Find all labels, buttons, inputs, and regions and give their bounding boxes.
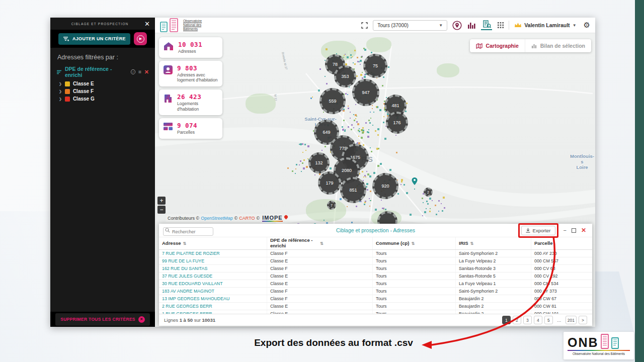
sort-icon[interactable]: ⇅ <box>470 241 473 246</box>
header-nav-icons <box>452 20 504 30</box>
tab-bilan-selection[interactable]: Bilan de sélection <box>525 39 591 52</box>
run-selection-button[interactable]: ▶ <box>134 32 147 45</box>
filter-class-row[interactable]: ❯Classe E <box>50 80 155 87</box>
sort-icon[interactable]: ⇅ <box>183 241 187 246</box>
map-dot <box>356 206 357 207</box>
map-cluster[interactable]: 2 <box>424 188 433 197</box>
stat-card[interactable]: 9 074Parcelles <box>159 118 222 139</box>
column-header[interactable]: Parcelle <box>531 237 592 249</box>
territory-select[interactable]: Tours (37000) ▼ <box>373 20 447 31</box>
table-cell: 000 AY 373 <box>531 288 592 295</box>
stat-card[interactable]: 10 031Adresses <box>159 37 222 58</box>
gear-icon[interactable]: ⚙ <box>584 21 590 30</box>
chart-bars-icon <box>531 43 537 49</box>
info-icon[interactable]: i <box>131 69 135 74</box>
building-search-tab[interactable] <box>481 20 492 30</box>
map-cluster[interactable]: 559 <box>319 88 346 114</box>
map-dot <box>358 130 359 131</box>
next-page-button[interactable]: > <box>579 316 587 324</box>
table-row[interactable]: 1 RUE GEORGES BERRClasse EToursBeaujardi… <box>159 310 592 314</box>
cell-adresse[interactable]: 37 RUE JULES GUESDE <box>159 273 267 280</box>
cell-adresse[interactable]: 183 AV ANDRE MAGINOT <box>159 288 267 295</box>
map-dot <box>377 128 379 130</box>
table-cell: 000 CW 67 <box>531 295 592 302</box>
filter-class-row[interactable]: ❯Classe F <box>50 87 155 95</box>
chevron-right-icon[interactable]: ❯ <box>59 89 62 94</box>
stat-card[interactable]: 26 423Logements d'habitation <box>159 89 222 115</box>
close-sidebar-icon[interactable]: ✕ <box>144 20 150 28</box>
page-button[interactable]: 4 <box>534 316 542 324</box>
map-cluster[interactable]: 353 <box>334 65 356 87</box>
table-row[interactable]: 183 AV ANDRE MAGINOTClasse FToursSaint-S… <box>159 288 592 295</box>
cell-adresse[interactable]: 13 IMP GEORGES MAHOUDEAU <box>159 295 267 302</box>
cell-adresse[interactable]: 7 RUE PILATRE DE ROZIER <box>159 250 267 257</box>
imope-logo[interactable]: IMOPE <box>262 215 282 222</box>
zoom-out-button[interactable]: − <box>157 206 166 214</box>
fullscreen-icon[interactable] <box>361 22 368 29</box>
add-criteria-button[interactable]: AJOUTER UN CRITÈRE <box>58 33 130 45</box>
search-input[interactable] <box>163 227 213 236</box>
close-table-icon[interactable]: ✕ <box>581 227 586 234</box>
tab-cartographie[interactable]: Cartographie <box>470 39 524 52</box>
map-attribution: Contributeurs © OpenStreetMap © CARTO © … <box>166 214 289 222</box>
page-button[interactable]: 201 <box>566 316 577 324</box>
zoom-in-button[interactable]: + <box>157 197 166 205</box>
column-header[interactable]: Adresse⇅ <box>159 237 267 249</box>
map-marker-icon[interactable] <box>412 177 418 187</box>
page-button[interactable]: 5 <box>544 316 553 324</box>
map-cluster[interactable]: 947 <box>352 79 379 106</box>
map-cluster[interactable]: 920 <box>372 173 398 199</box>
filter-class-row[interactable]: ❯Classe G <box>50 95 155 103</box>
maximize-icon[interactable] <box>572 228 576 233</box>
page-button[interactable]: 3 <box>523 316 532 324</box>
table-row[interactable]: 2 RUE GEORGES BERRClasse EToursBeaujardi… <box>159 303 592 310</box>
map-dot <box>381 200 382 201</box>
filter-name[interactable]: DPE de référence - enrichi <box>65 66 125 78</box>
table-cell: Sanitas-Rotonde 3 <box>456 265 531 272</box>
apps-grid-icon[interactable] <box>498 22 504 28</box>
remove-filter-icon[interactable]: ✕ <box>144 69 149 75</box>
column-header[interactable]: DPE de référence - enrichi⇅ <box>267 237 373 249</box>
building-icon <box>163 94 173 106</box>
export-button[interactable]: Exporter <box>521 226 555 235</box>
map-cluster[interactable]: 75 <box>363 54 387 78</box>
cell-adresse[interactable]: 99 RUE DE LA FUYE <box>159 257 267 264</box>
sidebar-footer: SUPPRIMER TOUS LES CRITÈRES ✕ <box>50 312 155 327</box>
map-cluster[interactable]: 851 <box>340 177 366 203</box>
sort-icon[interactable]: ⇅ <box>412 241 415 246</box>
user-menu[interactable]: Valentin Lamirault ▼ <box>514 22 576 28</box>
sort-icon[interactable]: ⇅ <box>320 241 324 246</box>
stat-card[interactable]: 9 803Adresses avec logement d'habitation <box>159 61 222 86</box>
cell-adresse[interactable]: 1 RUE GEORGES BERR <box>159 310 267 314</box>
statistics-icon[interactable] <box>467 22 475 29</box>
map-dot <box>375 209 377 211</box>
table-row[interactable]: 162 RUE DU SANITASClasse FToursSanitas-R… <box>159 265 592 273</box>
chevron-right-icon[interactable]: ❯ <box>59 82 62 86</box>
drag-handle-icon[interactable]: = <box>138 69 141 75</box>
cell-adresse[interactable]: 30 RUE EDOUARD VAILLANT <box>159 280 267 287</box>
table-row[interactable]: 13 IMP GEORGES MAHOUDEAUClasse FToursBea… <box>159 295 592 303</box>
column-header[interactable]: Commune (cp)⇅ <box>373 237 456 249</box>
map-cluster[interactable]: 132 <box>308 152 330 173</box>
carto-link[interactable]: CARTO <box>239 216 255 221</box>
cell-adresse[interactable]: 162 RUE DU SANITAS <box>159 265 267 272</box>
minimize-icon[interactable]: − <box>564 227 567 233</box>
localisation-icon[interactable] <box>452 21 462 30</box>
cell-adresse[interactable]: 2 RUE GEORGES BERR <box>159 303 267 310</box>
table-row[interactable]: 7 RUE PILATRE DE ROZIERClasse FToursSain… <box>159 250 592 257</box>
page-button[interactable]: 2 <box>513 316 521 324</box>
clear-all-criteria-button[interactable]: SUPPRIMER TOUS LES CRITÈRES ✕ <box>55 313 150 326</box>
map-dot <box>429 198 431 200</box>
table-row[interactable]: 37 RUE JULES GUESDEClasse EToursSanitas-… <box>159 273 592 280</box>
onb-header-logo[interactable]: Observatoire National des Bâtiments <box>160 18 202 33</box>
table-row[interactable]: 30 RUE EDOUARD VAILLANTClasse EToursLa F… <box>159 280 592 288</box>
map-cluster[interactable]: 176 <box>386 112 408 134</box>
table-row[interactable]: 99 RUE DE LA FUYEClasse EToursLa Fuye Ve… <box>159 257 592 265</box>
osm-link[interactable]: OpenStreetMap <box>201 216 233 221</box>
sidebar-title: CIBLAGE ET PROSPECTION <box>55 22 144 26</box>
map-cluster[interactable]: 179 <box>318 171 341 195</box>
page-button[interactable]: 1 <box>502 316 511 324</box>
chevron-right-icon[interactable]: ❯ <box>59 97 62 101</box>
column-header[interactable]: IRIS⇅ <box>456 237 531 249</box>
map-cluster[interactable]: 7 <box>327 201 336 210</box>
